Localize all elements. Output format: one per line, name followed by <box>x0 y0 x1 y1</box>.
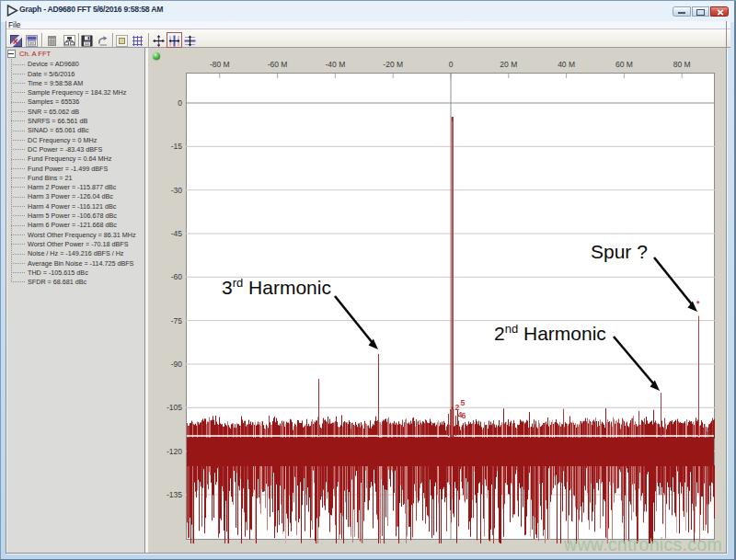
svg-text:-105: -105 <box>167 403 182 412</box>
svg-text:-40 M: -40 M <box>326 60 346 69</box>
svg-text:-45: -45 <box>171 229 183 238</box>
svg-text:20 M: 20 M <box>500 60 517 69</box>
svg-text:-135: -135 <box>167 490 182 499</box>
svg-text:-60: -60 <box>171 272 183 281</box>
svg-text:-15: -15 <box>171 142 183 151</box>
svg-text:-20 M: -20 M <box>383 60 403 69</box>
svg-text:-75: -75 <box>171 316 183 326</box>
svg-text:-90: -90 <box>171 360 183 369</box>
svg-text:-30: -30 <box>171 186 183 195</box>
svg-text:*: * <box>696 299 700 308</box>
svg-text:0: 0 <box>178 98 182 108</box>
svg-text:6: 6 <box>462 411 466 420</box>
svg-text:0: 0 <box>449 60 454 69</box>
svg-text:40 M: 40 M <box>558 60 575 69</box>
svg-text:-120: -120 <box>167 447 182 456</box>
svg-text:5: 5 <box>461 398 466 407</box>
svg-text:www.cntronics.com: www.cntronics.com <box>563 534 722 554</box>
svg-text:-60 M: -60 M <box>268 60 288 69</box>
svg-text:-80 M: -80 M <box>210 60 230 69</box>
svg-text:Spur ?: Spur ? <box>591 241 648 262</box>
svg-text:80 M: 80 M <box>673 60 691 69</box>
svg-text:60 M: 60 M <box>615 60 633 69</box>
